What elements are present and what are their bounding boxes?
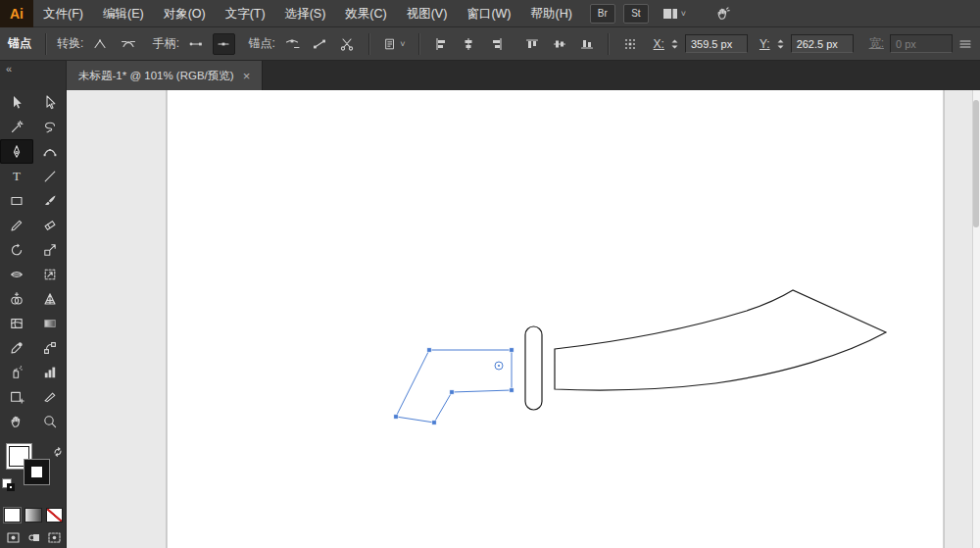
align-right-icon [490, 37, 504, 51]
anchor-point[interactable] [450, 390, 454, 394]
align-right-button[interactable] [486, 33, 508, 55]
stepper-arrows-icon [670, 37, 679, 51]
tools-panel-header[interactable]: « [0, 61, 67, 90]
workspace-switcher-button[interactable]: ˅ [662, 7, 686, 21]
lasso-icon [42, 120, 58, 135]
tool-scale[interactable] [33, 237, 67, 262]
none-button[interactable] [46, 508, 63, 523]
convert-to-smooth-button[interactable] [118, 33, 139, 55]
tool-mesh[interactable] [0, 311, 33, 335]
align-middle-vertical-button[interactable] [549, 33, 570, 55]
menu-effect[interactable]: 效果(C) [335, 0, 396, 27]
tool-shape-builder[interactable] [0, 286, 33, 311]
vertical-scrollbar-thumb[interactable] [973, 100, 979, 227]
rectangle-icon [9, 193, 24, 209]
x-stepper[interactable] [670, 37, 679, 51]
y-stepper[interactable] [776, 37, 785, 51]
color-button[interactable] [4, 508, 21, 523]
gradient-button[interactable] [24, 508, 41, 523]
bridge-button[interactable]: Br [590, 4, 615, 24]
share-button[interactable] [715, 6, 731, 22]
stroke-color-swatch[interactable] [24, 460, 49, 484]
workspace-layout-icon [662, 7, 678, 21]
reference-point-locator[interactable] [619, 33, 641, 55]
draw-inside-button[interactable] [46, 530, 64, 545]
menu-window[interactable]: 窗口(W) [457, 0, 520, 27]
tool-blend[interactable] [33, 335, 67, 360]
collapse-panel-icon[interactable]: « [6, 63, 12, 75]
tool-pen[interactable] [0, 139, 33, 164]
draw-behind-button[interactable] [24, 530, 42, 545]
hide-handles-button[interactable] [213, 33, 234, 55]
document-setup-button[interactable]: ˅ [380, 33, 410, 55]
align-center-horizontal-button[interactable] [458, 33, 479, 55]
anchor-point[interactable] [427, 348, 431, 352]
tool-rotate[interactable] [0, 237, 33, 262]
x-label[interactable]: X: [654, 37, 664, 51]
slice-knife-icon [42, 389, 58, 405]
curvature-icon [42, 144, 58, 160]
menu-file[interactable]: 文件(F) [33, 0, 93, 27]
anchor-point[interactable] [394, 415, 398, 419]
guard-capsule-path[interactable] [525, 326, 542, 410]
anchor-point[interactable] [432, 421, 436, 424]
stock-button[interactable]: St [623, 4, 649, 24]
draw-behind-icon [27, 532, 40, 543]
tool-free-transform[interactable] [33, 262, 67, 286]
free-transform-icon [42, 267, 58, 282]
anchor-point[interactable] [510, 348, 514, 352]
tool-selection[interactable] [0, 90, 33, 115]
default-fill-stroke-button[interactable] [2, 478, 16, 492]
menu-object[interactable]: 对象(O) [154, 0, 216, 27]
tool-paintbrush[interactable] [33, 188, 67, 213]
show-handles-button[interactable] [185, 33, 207, 55]
magic-wand-icon [9, 120, 24, 135]
x-input[interactable]: 359.5 px [685, 34, 748, 53]
menu-view[interactable]: 视图(V) [397, 0, 458, 27]
swap-fill-stroke-button[interactable] [52, 444, 64, 462]
menu-help[interactable]: 帮助(H) [521, 0, 582, 27]
draw-normal-button[interactable] [4, 530, 22, 545]
y-input[interactable]: 262.5 px [791, 34, 854, 53]
smooth-point-icon [121, 36, 136, 52]
anchor-point[interactable] [510, 388, 514, 392]
tool-eraser[interactable] [33, 213, 67, 237]
vertical-scrollbar[interactable] [972, 90, 980, 548]
tool-rectangle[interactable] [0, 188, 33, 213]
menu-edit[interactable]: 编辑(E) [93, 0, 154, 27]
menu-select[interactable]: 选择(S) [275, 0, 336, 27]
menu-type[interactable]: 文字(T) [216, 0, 275, 27]
document-canvas[interactable] [67, 90, 980, 548]
tool-type[interactable]: T [0, 164, 33, 188]
illustrator-logo: Ai [0, 0, 33, 27]
tool-perspective-grid[interactable] [33, 286, 67, 311]
align-bottom-button[interactable] [576, 33, 598, 55]
remove-anchor-button[interactable] [281, 33, 303, 55]
tool-magic-wand[interactable] [0, 115, 33, 139]
tool-hand[interactable] [0, 409, 33, 433]
align-middle-vertical-icon [553, 37, 566, 51]
tool-slice[interactable] [33, 384, 67, 409]
tool-direct-selection[interactable] [33, 90, 67, 115]
connect-endpoints-button[interactable] [309, 33, 330, 55]
align-top-button[interactable] [521, 33, 543, 55]
tool-pencil[interactable] [0, 213, 33, 237]
tool-eyedropper[interactable] [0, 335, 33, 360]
tool-lasso[interactable] [33, 115, 67, 139]
close-tab-icon[interactable]: × [243, 70, 251, 82]
convert-to-corner-button[interactable] [89, 33, 111, 55]
tool-symbol-sprayer[interactable] [0, 360, 33, 384]
canvas-workspace[interactable] [67, 90, 980, 548]
tool-artboard[interactable] [0, 384, 33, 409]
document-tab[interactable]: 未标题-1* @ 101% (RGB/预览) × [67, 61, 263, 90]
y-label[interactable]: Y: [760, 37, 770, 51]
panel-flyout-button[interactable] [958, 37, 972, 51]
tool-line-segment[interactable] [33, 164, 67, 188]
align-left-button[interactable] [430, 33, 452, 55]
tool-zoom[interactable] [33, 409, 67, 433]
tool-curvature[interactable] [33, 139, 67, 164]
tool-column-graph[interactable] [33, 360, 67, 384]
tool-gradient[interactable] [33, 311, 67, 335]
tool-width[interactable] [0, 262, 33, 286]
cut-path-button[interactable] [336, 33, 358, 55]
